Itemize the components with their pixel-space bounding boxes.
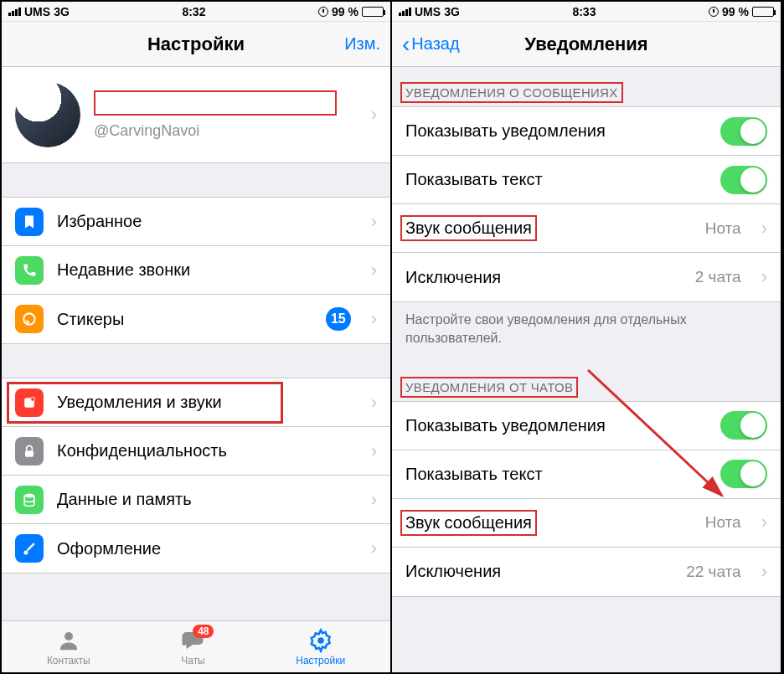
- row-msg-exceptions[interactable]: Исключения 2 чата ›: [392, 253, 781, 301]
- tab-label: Чаты: [181, 655, 205, 666]
- row-favorites[interactable]: Избранное ›: [2, 198, 390, 246]
- signal-icon: [8, 8, 21, 16]
- sticker-icon: [15, 305, 44, 333]
- chevron-right-icon: ›: [371, 440, 377, 462]
- chevron-right-icon: ›: [371, 489, 377, 511]
- battery-pct: 99 %: [332, 5, 358, 18]
- network: 3G: [54, 5, 70, 18]
- chevron-right-icon: ›: [371, 260, 377, 281]
- tab-contacts[interactable]: Контакты: [47, 628, 90, 666]
- alarm-icon: [318, 7, 328, 17]
- svg-point-6: [64, 632, 73, 641]
- page-title: Уведомления: [524, 33, 647, 55]
- row-label: Недавние звонки: [57, 260, 358, 280]
- brush-icon: [15, 534, 44, 563]
- row-chat-exceptions[interactable]: Исключения 22 чата ›: [392, 548, 781, 596]
- row-msg-show-text[interactable]: Показывать текст: [392, 156, 781, 204]
- svg-point-4: [24, 493, 34, 497]
- carrier: UMS: [24, 5, 50, 18]
- chevron-right-icon: ›: [371, 308, 377, 330]
- phone-icon: [15, 256, 44, 285]
- notifications-screen: UMS 3G 8:33 99 % ‹ Назад Уведомления УВЕ…: [392, 2, 782, 672]
- row-label: Исключения: [405, 268, 682, 287]
- row-stickers[interactable]: Стикеры 15 ›: [2, 295, 390, 343]
- row-value: 22 чата: [686, 563, 741, 581]
- chevron-right-icon: ›: [371, 211, 377, 233]
- row-chat-sound[interactable]: Звук сообщения Нота ›: [392, 499, 781, 548]
- back-label: Назад: [411, 34, 459, 54]
- section-header-chats: УВЕДОМЛЕНИЯ ОТ ЧАТОВ: [392, 362, 781, 401]
- chevron-right-icon: ›: [371, 104, 377, 126]
- nav-bar: Настройки Изм.: [2, 22, 390, 67]
- edit-button[interactable]: Изм.: [334, 22, 390, 66]
- database-icon: [15, 486, 44, 514]
- profile-name-redacted: [94, 90, 337, 116]
- page-title: Настройки: [147, 33, 245, 55]
- row-chat-show-notifications[interactable]: Показывать уведомления: [392, 402, 781, 450]
- row-label: Показывать уведомления: [405, 416, 707, 435]
- network: 3G: [444, 5, 460, 18]
- row-label: Исключения: [405, 562, 673, 581]
- row-appearance[interactable]: Оформление ›: [2, 524, 390, 573]
- chevron-right-icon: ›: [761, 266, 767, 288]
- row-privacy[interactable]: Конфиденциальность ›: [2, 427, 390, 476]
- chevron-right-icon: ›: [761, 218, 767, 239]
- profile-row[interactable]: @CarvingNavoi ›: [2, 67, 390, 163]
- row-label: Конфиденциальность: [57, 441, 358, 460]
- nav-bar: ‹ Назад Уведомления: [392, 22, 781, 67]
- chevron-left-icon: ‹: [402, 33, 410, 56]
- back-button[interactable]: ‹ Назад: [392, 22, 470, 66]
- row-label: Показывать текст: [405, 170, 707, 189]
- svg-point-2: [31, 397, 35, 401]
- lock-icon: [15, 437, 44, 466]
- row-recent-calls[interactable]: Недавние звонки ›: [2, 246, 390, 295]
- battery-pct: 99 %: [722, 5, 749, 18]
- row-value: Нота: [705, 513, 741, 532]
- toggle-on[interactable]: [720, 166, 767, 194]
- toggle-on[interactable]: [720, 460, 767, 488]
- chevron-right-icon: ›: [371, 392, 377, 414]
- chevron-right-icon: ›: [761, 561, 767, 583]
- toggle-on[interactable]: [720, 117, 767, 146]
- carrier: UMS: [415, 5, 441, 18]
- tab-bar: Контакты 48 Чаты Настройки: [2, 620, 390, 672]
- svg-rect-3: [25, 450, 34, 457]
- row-chat-show-text[interactable]: Показывать текст: [392, 450, 781, 499]
- tab-chats[interactable]: 48 Чаты: [180, 628, 205, 666]
- svg-point-7: [317, 637, 324, 644]
- status-bar: UMS 3G 8:32 99 %: [2, 2, 390, 22]
- avatar: [15, 82, 80, 147]
- row-label: Данные и память: [57, 490, 358, 509]
- battery-icon: [752, 7, 774, 17]
- clock: 8:32: [182, 5, 205, 18]
- status-bar: UMS 3G 8:33 99 %: [392, 2, 781, 22]
- row-msg-sound[interactable]: Звук сообщения Нота ›: [392, 204, 781, 253]
- chats-badge: 48: [193, 625, 214, 638]
- row-label: Оформление: [57, 539, 358, 558]
- svg-point-5: [23, 551, 28, 555]
- clock: 8:33: [572, 5, 596, 18]
- settings-screen: UMS 3G 8:32 99 % Настройки Изм. @Carving…: [2, 2, 392, 672]
- profile-handle: @CarvingNavoi: [94, 122, 358, 140]
- row-data-storage[interactable]: Данные и память ›: [2, 476, 390, 524]
- chevron-right-icon: ›: [371, 538, 377, 559]
- row-label: Звук сообщения: [405, 513, 692, 533]
- row-label: Стикеры: [57, 310, 312, 329]
- toggle-on[interactable]: [720, 411, 767, 440]
- battery-icon: [362, 7, 384, 17]
- row-label: Звук сообщения: [405, 219, 692, 238]
- notification-icon: [15, 388, 44, 417]
- row-value: Нота: [705, 219, 741, 238]
- signal-icon: [399, 8, 411, 16]
- row-msg-show-notifications[interactable]: Показывать уведомления: [392, 107, 781, 156]
- section-footer: Настройте свои уведомления для отдельных…: [392, 302, 781, 362]
- row-label: Избранное: [57, 212, 358, 231]
- row-label: Уведомления и звуки: [57, 393, 358, 412]
- alarm-icon: [709, 7, 719, 17]
- section-header-messages: УВЕДОМЛЕНИЯ О СООБЩЕНИЯХ: [392, 67, 781, 106]
- row-value: 2 чата: [695, 268, 741, 286]
- sticker-badge: 15: [326, 307, 351, 331]
- tab-settings[interactable]: Настройки: [296, 628, 345, 666]
- row-label: Показывать текст: [405, 465, 707, 484]
- row-notifications-sounds[interactable]: Уведомления и звуки ›: [2, 378, 390, 427]
